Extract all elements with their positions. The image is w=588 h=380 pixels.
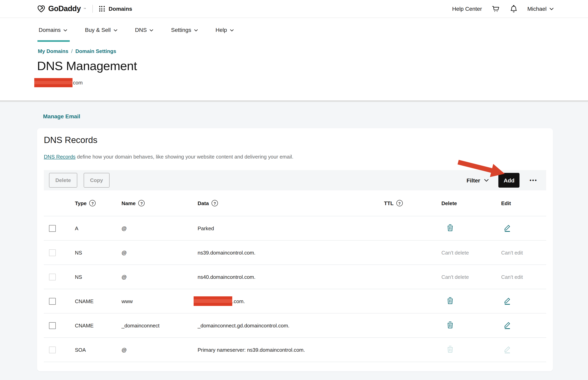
record-data-text: Primary nameserver: ns39.domaincontrol.c…: [198, 347, 305, 353]
brand-wordmark: GoDaddy: [48, 4, 81, 13]
row-checkbox[interactable]: [49, 322, 56, 329]
chevron-down-icon: [194, 29, 198, 32]
record-data: ns39.domaincontrol.com.: [198, 249, 384, 256]
help-question-icon[interactable]: ?: [89, 200, 96, 206]
breadcrumb: My Domains/Domain Settings: [38, 48, 116, 54]
hero-section: GoDaddy™ Domains Help Center: [0, 0, 588, 102]
manage-email-link[interactable]: Manage Email: [43, 113, 80, 119]
pencil-underline: [505, 304, 510, 305]
record-data-text: Parked: [198, 225, 214, 231]
page-title: DNS Management: [37, 59, 137, 73]
record-data: .com.: [198, 296, 384, 306]
user-menu[interactable]: Michael: [528, 6, 554, 12]
tab-label: DNS: [135, 27, 147, 33]
tab-help[interactable]: Help: [215, 18, 234, 42]
notifications-bell-icon[interactable]: [510, 5, 518, 13]
cant-edit-label: Can't edit: [501, 274, 523, 280]
breadcrumb-my-domains[interactable]: My Domains: [38, 48, 68, 54]
header-divider: [92, 5, 93, 13]
record-type: CNAME: [75, 323, 121, 328]
delete-record-button[interactable]: [447, 297, 453, 304]
tab-dns[interactable]: DNS: [135, 18, 153, 42]
trash-icon: [447, 224, 453, 231]
table-body: A @ Parked: [44, 216, 546, 362]
column-header-delete: Delete: [441, 200, 501, 206]
cart-icon[interactable]: [492, 5, 500, 13]
trademark-mark: ™: [83, 8, 86, 10]
filter-label: Filter: [467, 177, 480, 183]
edit-record-button[interactable]: [504, 298, 510, 305]
breadcrumb-separator: /: [71, 48, 73, 54]
edit-record-button[interactable]: [504, 225, 510, 232]
godaddy-logo[interactable]: GoDaddy™: [37, 4, 86, 13]
edit-record-button: [504, 346, 510, 353]
record-data-text: .com.: [232, 298, 245, 304]
delete-record-button[interactable]: [447, 224, 453, 231]
top-header-bar: GoDaddy™ Domains Help Center: [0, 0, 588, 18]
record-data: ns40.domaincontrol.com.: [198, 274, 384, 280]
column-header-type: Type?: [75, 200, 121, 206]
record-type: SOA: [75, 347, 121, 353]
record-name: www: [121, 298, 198, 304]
row-checkbox[interactable]: [49, 225, 56, 232]
table-row: A @ Parked: [44, 216, 546, 241]
table-row: SOA @ Primary nameserver: ns39.domaincon…: [44, 338, 546, 362]
record-data: Parked: [198, 225, 384, 231]
pencil-icon: [504, 225, 510, 231]
edit-record-button[interactable]: [504, 322, 510, 329]
tab-domains[interactable]: Domains: [39, 18, 68, 42]
table-row: NS @ ns39.domaincontrol.com. Can't delet…: [44, 241, 546, 265]
cant-delete-label: Can't delete: [441, 274, 469, 280]
row-checkbox[interactable]: [49, 298, 56, 304]
help-question-icon[interactable]: ?: [138, 200, 145, 206]
column-header-data: Data?: [198, 200, 384, 206]
app-label: Domains: [109, 6, 132, 12]
record-name: @: [121, 274, 198, 280]
apps-grid-icon: [99, 6, 105, 12]
filter-dropdown[interactable]: Filter: [467, 177, 489, 183]
record-name: @: [121, 347, 198, 353]
chevron-down-icon: [230, 29, 234, 32]
table-row: CNAME www .com.: [44, 289, 546, 313]
tab-label: Help: [215, 27, 227, 33]
domain-name-line: com: [34, 78, 83, 87]
row-checkbox: [49, 346, 56, 353]
trash-icon: [447, 345, 453, 353]
dns-records-link[interactable]: DNS Records: [44, 154, 76, 160]
cant-delete-label: Can't delete: [441, 249, 469, 256]
breadcrumb-domain-settings[interactable]: Domain Settings: [75, 48, 116, 54]
records-toolbar: Delete Copy Filter Add •••: [44, 170, 546, 190]
trash-icon: [447, 321, 453, 328]
record-name: @: [121, 249, 198, 256]
tab-label: Domains: [39, 27, 61, 33]
chevron-down-icon: [114, 29, 117, 32]
pencil-underline: [505, 231, 510, 232]
user-name: Michael: [528, 6, 547, 12]
card-description: DNS Records define how your domain behav…: [44, 154, 293, 160]
record-data-text: ns40.domaincontrol.com.: [198, 274, 256, 280]
cant-edit-label: Can't edit: [501, 249, 523, 256]
pencil-underline: [505, 353, 510, 353]
trash-icon: [447, 297, 453, 304]
help-question-icon[interactable]: ?: [396, 200, 403, 206]
chevron-down-icon: [150, 29, 153, 32]
help-center-link[interactable]: Help Center: [452, 6, 482, 12]
help-question-icon[interactable]: ?: [211, 200, 218, 206]
tab-settings[interactable]: Settings: [171, 18, 198, 42]
card-heading: DNS Records: [44, 135, 97, 145]
tab-buy-and-sell[interactable]: Buy & Sell: [85, 18, 117, 42]
delete-button[interactable]: Delete: [49, 173, 77, 188]
redaction-box: [34, 78, 73, 87]
pencil-icon: [504, 298, 510, 304]
add-record-button[interactable]: Add: [499, 173, 520, 188]
delete-record-button[interactable]: [447, 321, 453, 328]
tab-label: Settings: [171, 27, 191, 33]
column-header-name: Name?: [121, 200, 198, 206]
chevron-down-icon: [549, 7, 554, 10]
app-switcher[interactable]: Domains: [99, 6, 132, 12]
dns-records-card: DNS Records DNS Records define how your …: [37, 128, 553, 371]
record-type: NS: [75, 274, 121, 280]
copy-button[interactable]: Copy: [84, 173, 109, 188]
dns-records-table: Type? Name? Data? TTL? Delete Edit A @ P…: [44, 190, 546, 362]
more-options-button[interactable]: •••: [530, 177, 537, 183]
